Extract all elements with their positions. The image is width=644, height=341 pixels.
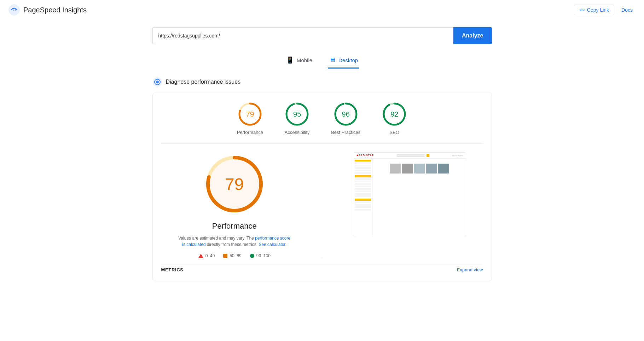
thumb-header: ★RED STAR Sign In / Register xyxy=(353,153,466,159)
thumb-sidebar-section-item-4 xyxy=(355,186,371,187)
svg-point-4 xyxy=(156,81,159,83)
perf-right: ★RED STAR Sign In / Register xyxy=(336,152,483,237)
thumb-sidebar-section2-item-4 xyxy=(355,209,371,211)
thumb-search-btn xyxy=(427,154,429,157)
thumb-sign-in: Sign In / Register xyxy=(452,155,463,157)
perf-note: Values are estimated and may vary. The p… xyxy=(178,235,291,248)
diagnose-section: Diagnose performance issues xyxy=(152,77,492,87)
score-number-accessibility: 95 xyxy=(293,110,301,118)
thumb-sidebar-item-3 xyxy=(355,165,371,166)
legend-item-orange: 50–89 xyxy=(223,253,241,258)
perf-section: 79 Performance Values are estimated and … xyxy=(161,152,483,258)
score-item-accessibility[interactable]: 95 Accessibility xyxy=(284,101,310,135)
metrics-bar: METRICS Expand view xyxy=(161,264,483,272)
diagnose-title: Diagnose performance issues xyxy=(166,79,241,85)
thumb-sidebar-section2-item-1 xyxy=(355,201,371,203)
thumb-appliance-3 xyxy=(414,164,425,174)
link-icon xyxy=(579,7,585,13)
thumb-appliances xyxy=(374,164,464,174)
score-card: 79 Performance 95 Accessibility xyxy=(152,93,492,281)
score-label-accessibility: Accessibility xyxy=(285,130,310,135)
legend-red-range: 0–49 xyxy=(205,253,215,258)
tab-mobile-label: Mobile xyxy=(297,57,312,63)
pagespeed-logo-icon xyxy=(8,4,20,16)
legend: 0–49 50–89 90–100 xyxy=(198,253,271,258)
score-label-performance: Performance xyxy=(237,130,263,135)
score-circle-best-practices: 96 xyxy=(333,101,359,127)
see-calculator-link[interactable]: See calculator. xyxy=(259,242,286,247)
copy-link-button[interactable]: Copy Link xyxy=(574,5,614,15)
site-thumbnail: ★RED STAR Sign In / Register xyxy=(353,152,466,237)
score-item-best-practices[interactable]: 96 Best Practices xyxy=(331,101,360,135)
thumb-appliance-4 xyxy=(426,164,437,174)
tab-desktop[interactable]: 🖥 Desktop xyxy=(328,53,359,69)
thumb-body xyxy=(353,159,466,237)
thumb-sidebar-item-1 xyxy=(355,160,371,161)
perf-left: 79 Performance Values are estimated and … xyxy=(161,152,308,258)
score-number-best-practices: 96 xyxy=(342,110,350,118)
score-item-performance[interactable]: 79 Performance xyxy=(237,101,263,135)
legend-item-red: 0–49 xyxy=(198,253,215,258)
thumb-appliance-5 xyxy=(438,164,449,174)
legend-green-icon xyxy=(250,254,254,258)
thumb-search-bar xyxy=(397,154,425,157)
thumb-sidebar-item-5 xyxy=(355,170,371,171)
perf-large-score: 79 xyxy=(225,175,244,194)
header-right: Copy Link Docs xyxy=(574,5,636,15)
thumb-main xyxy=(373,159,466,237)
score-item-seo[interactable]: 92 SEO xyxy=(382,101,407,135)
thumb-logo: ★RED STAR xyxy=(356,154,374,157)
url-input[interactable] xyxy=(152,27,454,44)
url-bar-container: Analyze xyxy=(152,27,492,44)
thumb-sidebar-section-item-2 xyxy=(355,181,371,182)
thumb-sidebar-item-2 xyxy=(355,162,371,164)
scores-row: 79 Performance 95 Accessibility xyxy=(161,101,483,144)
score-number-performance: 79 xyxy=(246,110,254,118)
header-left: PageSpeed Insights xyxy=(8,4,87,16)
legend-red-icon xyxy=(198,254,203,258)
legend-green-range: 90–100 xyxy=(256,253,271,258)
legend-orange-range: 50–89 xyxy=(230,253,241,258)
score-label-best-practices: Best Practices xyxy=(331,130,360,135)
perf-large-circle: 79 xyxy=(203,152,266,216)
thumb-appliance-1 xyxy=(390,164,401,174)
tabs-container: 📱 Mobile 🖥 Desktop xyxy=(152,53,492,69)
copy-link-label: Copy Link xyxy=(587,7,609,13)
thumb-sidebar xyxy=(353,159,373,237)
docs-link[interactable]: Docs xyxy=(619,5,636,15)
app-title: PageSpeed Insights xyxy=(23,6,87,14)
thumb-appliance-2 xyxy=(402,164,413,174)
legend-orange-icon xyxy=(223,254,227,258)
thumb-sidebar-section-2 xyxy=(355,199,371,211)
thumb-sidebar-section-item-7 xyxy=(355,193,371,195)
expand-view-link[interactable]: Expand view xyxy=(457,267,483,272)
score-number-seo: 92 xyxy=(390,110,398,118)
diagnose-icon xyxy=(152,77,162,87)
thumb-sidebar-section-1 xyxy=(355,175,371,197)
thumb-sidebar-section-header-1 xyxy=(355,175,371,177)
perf-divider xyxy=(322,152,322,258)
analyze-button[interactable]: Analyze xyxy=(453,27,492,44)
thumb-sidebar-section-item-5 xyxy=(355,188,371,190)
score-circle-accessibility: 95 xyxy=(284,101,310,127)
thumb-sidebar-section-item-3 xyxy=(355,183,371,185)
score-label-seo: SEO xyxy=(390,130,399,135)
tab-mobile[interactable]: 📱 Mobile xyxy=(285,53,314,69)
thumb-sidebar-section-item-1 xyxy=(355,178,371,180)
thumb-sidebar-section-header-2 xyxy=(355,199,371,201)
score-circle-seo: 92 xyxy=(382,101,407,127)
thumb-sidebar-section-item-8 xyxy=(355,195,371,197)
thumb-sidebar-section2-item-3 xyxy=(355,206,371,208)
perf-detail-title: Performance xyxy=(212,222,257,231)
thumb-sidebar-section2-item-2 xyxy=(355,204,371,206)
thumb-sidebar-section-item-6 xyxy=(355,190,371,192)
thumb-sidebar-item-4 xyxy=(355,167,371,169)
thumbnail-inner: ★RED STAR Sign In / Register xyxy=(353,153,466,237)
thumb-sidebar-item-6 xyxy=(355,172,371,174)
metrics-label: METRICS xyxy=(161,267,184,272)
tab-desktop-label: Desktop xyxy=(338,57,358,63)
score-circle-performance: 79 xyxy=(237,101,263,127)
main-content: Analyze 📱 Mobile 🖥 Desktop Diagnose perf… xyxy=(145,20,499,288)
legend-item-green: 90–100 xyxy=(250,253,271,258)
desktop-icon: 🖥 xyxy=(329,57,336,64)
